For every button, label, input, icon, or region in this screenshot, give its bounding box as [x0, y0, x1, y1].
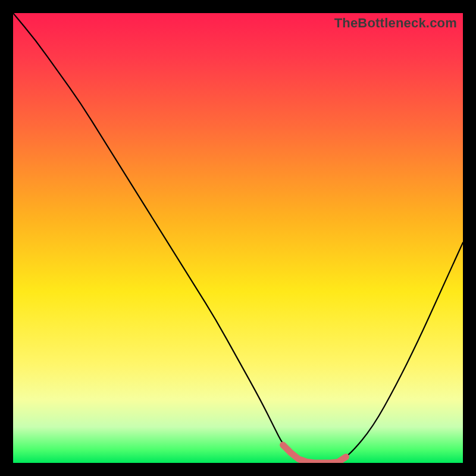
chart-plot-area: TheBottleneck.com — [13, 13, 463, 463]
bottleneck-curve-path — [13, 13, 463, 463]
chart-frame: TheBottleneck.com — [0, 0, 476, 476]
bottleneck-curve-svg — [13, 13, 463, 463]
optimal-range-marker — [283, 445, 346, 463]
